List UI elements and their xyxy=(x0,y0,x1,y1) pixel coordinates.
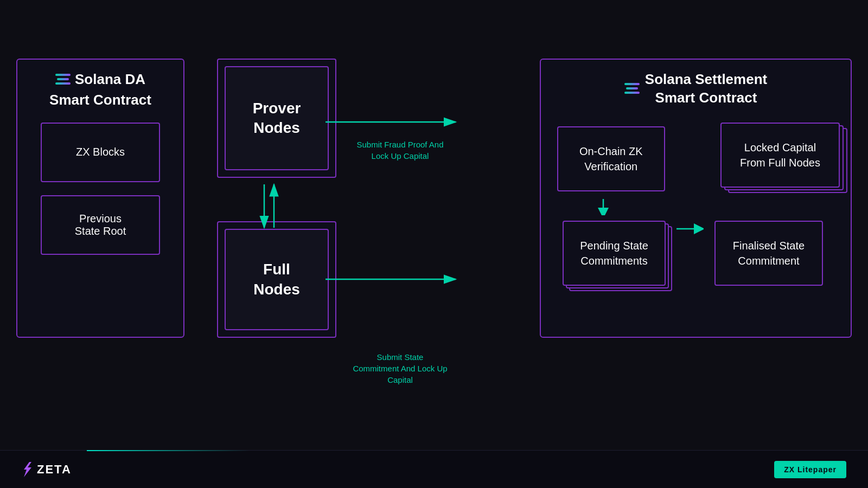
prover-node-outer: ProverNodes xyxy=(217,59,336,178)
prover-node-inner: ProverNodes xyxy=(225,66,329,170)
down-arrow-area xyxy=(552,196,840,221)
right-arrow-area xyxy=(676,221,704,234)
prev-state-root-box: PreviousState Root xyxy=(41,195,160,255)
full-node-inner: FullNodes xyxy=(225,229,329,330)
locked-capital-label: Locked CapitalFrom Full Nodes xyxy=(740,140,820,170)
pending-state-stack: Pending StateCommitments xyxy=(557,221,666,294)
settlement-title: Solana SettlementSmart Contract xyxy=(552,70,840,107)
zeta-logo: ZETA xyxy=(22,462,72,477)
zeta-bolt-icon xyxy=(22,462,31,477)
solana-da-box: Solana DA Smart Contract ZX Blocks Previ… xyxy=(16,59,184,338)
on-chain-zk-card: On-Chain ZKVerification xyxy=(557,126,665,191)
solana-da-line1: Solana DA xyxy=(75,70,145,89)
settlement-solana-icon xyxy=(624,83,640,95)
solana-settlement-box: Solana SettlementSmart Contract On-Chain… xyxy=(540,59,852,338)
zx-blocks-box: ZX Blocks xyxy=(41,123,160,182)
diagram-area: Solana DA Smart Contract ZX Blocks Previ… xyxy=(16,59,852,362)
finalised-state-card: Finalised StateCommitment xyxy=(714,221,823,286)
solana-da-line2: Smart Contract xyxy=(49,91,151,110)
solana-icon xyxy=(55,74,71,86)
arrow-label-bottom: Submit State Commitment And Lock Up Capi… xyxy=(353,351,448,386)
settlement-title-text: Solana SettlementSmart Contract xyxy=(645,70,767,107)
litepaper-badge: ZX Litepaper xyxy=(774,461,846,478)
zeta-brand-label: ZETA xyxy=(37,463,72,477)
footer: ZETA ZX Litepaper xyxy=(0,450,868,488)
solana-da-title: Solana DA Smart Contract xyxy=(49,70,151,110)
on-chain-zk-label: On-Chain ZKVerification xyxy=(579,144,643,174)
pending-stack-front: Pending StateCommitments xyxy=(563,221,666,286)
footer-line xyxy=(87,450,250,451)
pending-state-label: Pending StateCommitments xyxy=(580,238,648,268)
settlement-top-row: On-Chain ZKVerification Locked CapitalFr… xyxy=(552,123,840,196)
locked-stack-front: Locked CapitalFrom Full Nodes xyxy=(720,123,840,188)
locked-capital-stack: Locked CapitalFrom Full Nodes xyxy=(713,123,840,196)
main-canvas: Solana DA Smart Contract ZX Blocks Previ… xyxy=(0,0,868,488)
settlement-bottom-row: Pending StateCommitments xyxy=(552,221,840,294)
zx-blocks-label: ZX Blocks xyxy=(76,146,125,158)
full-node-outer: FullNodes xyxy=(217,221,336,338)
full-nodes-label: FullNodes xyxy=(253,260,300,299)
right-arrow-svg xyxy=(676,223,704,234)
finalised-state-label: Finalised StateCommitment xyxy=(733,238,805,268)
prev-state-root-label: PreviousState Root xyxy=(75,213,126,237)
middle-section: ProverNodes FullNodes xyxy=(217,59,342,338)
solana-da-logo: Solana DA xyxy=(55,70,145,89)
arrow-label-top: Submit Fraud Proof And Lock Up Capital xyxy=(353,139,448,162)
svg-marker-10 xyxy=(24,462,31,477)
down-arrow-svg xyxy=(598,199,609,215)
prover-nodes-label: ProverNodes xyxy=(253,99,301,138)
